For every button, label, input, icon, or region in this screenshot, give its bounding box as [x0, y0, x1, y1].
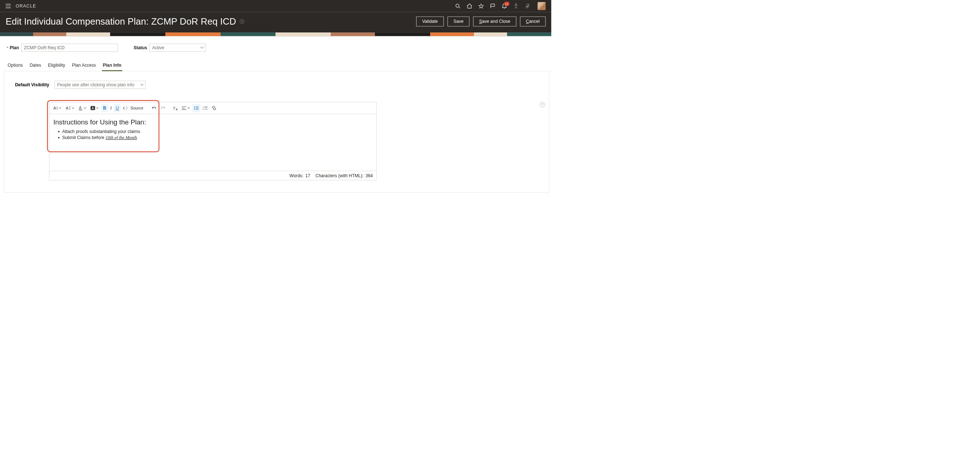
align-button[interactable] — [180, 104, 191, 112]
editor-body[interactable]: Instructions for Using the Plan: Attach … — [49, 114, 376, 171]
svg-point-26 — [194, 108, 194, 108]
svg-point-24 — [194, 106, 194, 107]
home-icon[interactable] — [466, 3, 473, 9]
font-family-button[interactable]: A — [52, 104, 63, 112]
svg-text:2: 2 — [202, 108, 204, 110]
chevron-down-icon — [188, 107, 190, 109]
tab-options[interactable]: Options — [7, 61, 24, 71]
bold-button[interactable]: B — [102, 104, 108, 112]
svg-text:A: A — [66, 106, 69, 110]
page-title-text: Edit Individual Compensation Plan: ZCMP … — [6, 16, 236, 27]
tab-dates[interactable]: Dates — [29, 61, 42, 71]
list-item: Attach proofs substantiating your claims — [62, 129, 372, 134]
form-row: * Plan Status — [4, 44, 551, 52]
words-label: Words: — [290, 173, 303, 178]
mic-off-icon[interactable] — [525, 3, 531, 9]
default-visibility-field: Default Visibility — [15, 81, 544, 89]
svg-text:A: A — [79, 106, 82, 110]
svg-point-28 — [194, 109, 194, 110]
hamburger-icon[interactable] — [6, 4, 11, 8]
editor-status-bar: Words: 17 Characters (with HTML): 364 — [49, 171, 376, 180]
save-button[interactable]: Save — [448, 16, 470, 26]
accessibility-icon[interactable] — [513, 3, 519, 9]
undo-button[interactable] — [150, 104, 158, 112]
rich-text-editor: A A A A B I — [49, 102, 377, 180]
save-and-close-button[interactable]: Save and Close — [473, 16, 516, 26]
bell-icon[interactable]: 11 — [501, 3, 508, 9]
status-label: Status — [134, 45, 147, 51]
editor-container: A A A A B I — [49, 102, 377, 180]
chars-label: Characters (with HTML): — [315, 173, 363, 178]
help-icon[interactable]: ? — [540, 102, 545, 107]
required-indicator: * — [7, 46, 8, 49]
svg-text:A: A — [54, 106, 56, 110]
tab-plan-access[interactable]: Plan Access — [71, 61, 97, 71]
editor-toolbar: A A A A B I — [49, 102, 376, 114]
chevron-down-icon — [96, 107, 99, 109]
chars-count: 364 — [366, 173, 373, 178]
chevron-down-icon — [59, 107, 61, 109]
main-content: * Plan Status Options Dates Eligibility … — [0, 37, 551, 193]
tab-eligibility[interactable]: Eligibility — [47, 61, 66, 71]
plan-input[interactable] — [21, 44, 118, 52]
plan-info-panel: Default Visibility ? A A — [4, 71, 549, 193]
source-label: Source — [130, 104, 145, 112]
avatar[interactable] — [538, 2, 546, 10]
validate-button[interactable]: Validate — [416, 16, 444, 26]
tabs: Options Dates Eligibility Plan Access Pl… — [4, 61, 551, 71]
chevron-down-icon — [72, 107, 74, 109]
status-select[interactable] — [150, 44, 206, 52]
redo-button[interactable] — [159, 104, 167, 112]
link-button[interactable] — [210, 104, 218, 112]
list-item: Submit Claims before 10th of the Month — [62, 135, 372, 140]
svg-point-7 — [515, 3, 516, 5]
editor-heading: Instructions for Using the Plan: — [54, 118, 373, 126]
tab-plan-info[interactable]: Plan Info — [102, 61, 122, 71]
help-icon[interactable]: ? — [240, 19, 244, 24]
svg-line-4 — [459, 7, 460, 8]
svg-text:T: T — [173, 106, 175, 110]
app-header: ORACLE 11 — [0, 0, 551, 12]
action-buttons: Validate Save Save and Close Cancel — [416, 16, 546, 26]
chevron-down-icon — [84, 107, 86, 109]
words-count: 17 — [305, 173, 310, 178]
cancel-button[interactable]: Cancel — [520, 16, 546, 26]
editor-list: Attach proofs substantiating your claims… — [54, 129, 373, 140]
title-row: Edit Individual Compensation Plan: ZCMP … — [0, 12, 551, 32]
source-button[interactable] — [121, 104, 129, 112]
default-visibility-select[interactable] — [54, 81, 145, 89]
notification-badge: 11 — [504, 2, 510, 6]
svg-marker-5 — [479, 4, 484, 8]
bullet-list-button[interactable] — [192, 104, 200, 112]
brand-logo: ORACLE — [16, 3, 37, 9]
font-color-button[interactable]: A — [77, 104, 88, 112]
default-visibility-label: Default Visibility — [15, 82, 49, 88]
plan-field: * Plan — [7, 44, 118, 52]
highlight-color-button[interactable]: A — [89, 104, 100, 112]
numbered-list-button[interactable]: 12 — [201, 104, 209, 112]
decorative-strip — [0, 32, 551, 37]
svg-text:1: 1 — [202, 106, 204, 108]
search-icon[interactable] — [455, 3, 461, 9]
plan-label: Plan — [10, 45, 19, 51]
svg-point-3 — [456, 4, 459, 7]
header-icons: 11 — [455, 2, 546, 10]
flag-icon[interactable] — [490, 3, 496, 9]
font-size-button[interactable]: A — [64, 104, 76, 112]
underline-button[interactable]: U — [114, 104, 121, 112]
status-field: Status — [134, 44, 205, 52]
clear-formatting-button[interactable]: T — [172, 104, 180, 112]
page-title: Edit Individual Compensation Plan: ZCMP … — [6, 16, 244, 27]
italic-button[interactable]: I — [109, 104, 113, 112]
star-icon[interactable] — [478, 3, 484, 9]
svg-rect-17 — [79, 110, 82, 110]
